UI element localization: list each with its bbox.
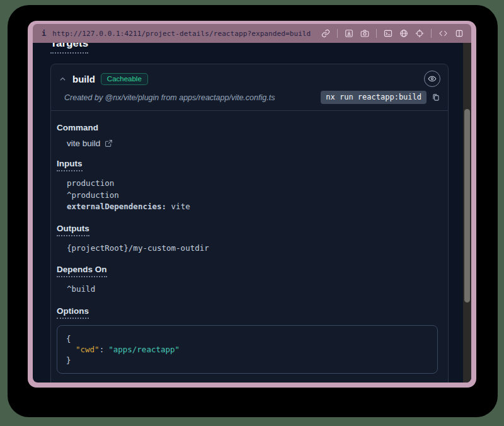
section-outputs: Outputs bbox=[57, 224, 438, 236]
browser-toolbar: i http://127.0.0.1:4211/project-details/… bbox=[33, 24, 471, 43]
globe-icon[interactable] bbox=[399, 29, 408, 38]
browser-window: i http://127.0.0.1:4211/project-details/… bbox=[28, 21, 476, 388]
depends-on-list: ^build bbox=[67, 284, 438, 296]
section-outputs-label: Outputs bbox=[57, 224, 89, 236]
section-options-label: Options bbox=[57, 306, 89, 319]
section-depends-on: Depends On bbox=[57, 265, 438, 277]
input-ext-deps-key: externalDependencies: bbox=[67, 202, 166, 211]
options-json-block: { "cwd":"apps/reactapp" } bbox=[57, 325, 438, 374]
build-card-header: build Cacheable bbox=[51, 64, 448, 89]
chevron-up-icon[interactable] bbox=[59, 75, 67, 83]
toolbar-icon-group bbox=[321, 29, 464, 38]
toolbar-separator bbox=[337, 29, 338, 38]
toolbar-separator bbox=[431, 29, 432, 38]
info-icon[interactable]: i bbox=[42, 29, 46, 38]
section-command: Command bbox=[57, 123, 438, 132]
url-text[interactable]: http://127.0.0.1:4211/project-details/re… bbox=[52, 30, 311, 38]
build-card-body: Command vite build Inputs production ^pr… bbox=[51, 111, 448, 383]
crosshair-icon[interactable] bbox=[415, 29, 424, 38]
targets-heading: Targets bbox=[50, 43, 449, 54]
targets-heading-text: Targets bbox=[50, 43, 88, 54]
view-in-graph-button[interactable] bbox=[424, 71, 440, 87]
toolbar-separator bbox=[376, 29, 377, 38]
section-inputs-label: Inputs bbox=[57, 159, 83, 171]
section-command-label: Command bbox=[57, 123, 98, 132]
input-item: production bbox=[67, 178, 438, 190]
camera-icon[interactable] bbox=[360, 29, 369, 38]
section-options: Options bbox=[57, 306, 438, 319]
section-depends-on-label: Depends On bbox=[57, 265, 107, 277]
scrollbar[interactable] bbox=[463, 43, 471, 383]
cacheable-badge: Cacheable bbox=[101, 73, 148, 85]
link-icon[interactable] bbox=[321, 29, 330, 38]
target-card-build: build Cacheable Created by @nx/vite/plug… bbox=[50, 64, 449, 383]
split-view-icon[interactable] bbox=[455, 29, 464, 38]
command-value: vite build bbox=[67, 139, 100, 148]
json-line: { bbox=[66, 333, 428, 344]
code-icon[interactable] bbox=[438, 29, 448, 38]
depends-on-item: ^build bbox=[67, 284, 438, 296]
json-key-cwd: "cwd" bbox=[76, 345, 100, 354]
json-value-cwd: "apps/reactapp" bbox=[108, 345, 180, 354]
build-card-subheader: Created by @nx/vite/plugin from apps/rea… bbox=[51, 89, 448, 110]
scrollbar-thumb[interactable] bbox=[464, 109, 470, 302]
copy-icon[interactable] bbox=[432, 93, 440, 102]
run-command-chip[interactable]: nx run reactapp:build bbox=[321, 91, 427, 104]
target-name[interactable]: build bbox=[72, 74, 95, 84]
json-line: } bbox=[66, 355, 428, 366]
output-item: {projectRoot}/my-custom-outdir bbox=[67, 243, 438, 255]
outputs-list: {projectRoot}/my-custom-outdir bbox=[67, 243, 438, 255]
inputs-list: production ^production externalDependenc… bbox=[67, 178, 438, 213]
terminal-icon[interactable] bbox=[384, 29, 392, 38]
input-item: externalDependencies: vite bbox=[67, 201, 438, 213]
json-line: "cwd":"apps/reactapp" bbox=[66, 344, 428, 355]
page-content: Targets build Cacheable Created by @nx/v… bbox=[33, 43, 471, 383]
external-link-icon[interactable] bbox=[105, 139, 113, 147]
section-inputs: Inputs bbox=[57, 159, 438, 171]
input-item: ^production bbox=[67, 190, 438, 202]
import-icon[interactable] bbox=[345, 29, 353, 38]
command-value-row: vite build bbox=[67, 139, 438, 148]
created-by-text: Created by @nx/vite/plugin from apps/rea… bbox=[64, 93, 275, 102]
input-ext-deps-value: vite bbox=[171, 202, 190, 211]
